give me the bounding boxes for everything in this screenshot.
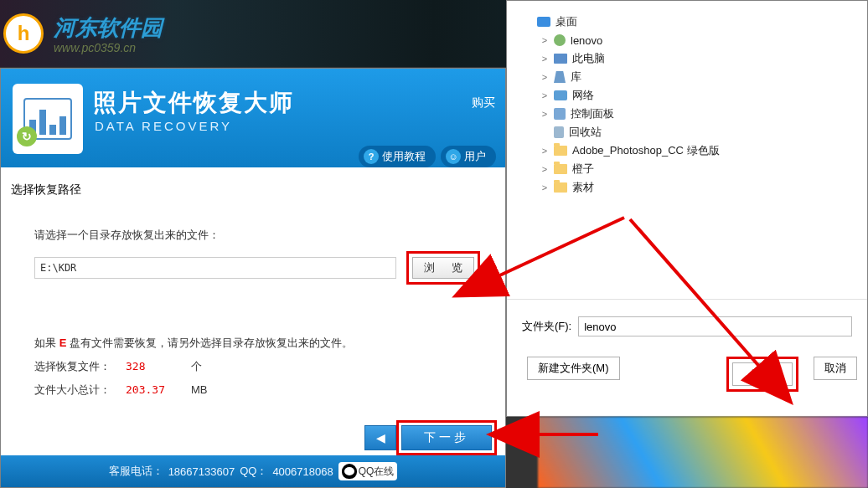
tree-label: Adobe_Photoshop_CC 绿色版 (572, 143, 720, 158)
folder-icon (554, 146, 567, 156)
tree-node[interactable]: >库 (519, 68, 857, 86)
tutorial-button[interactable]: ? 使用教程 (359, 146, 436, 167)
tree-label: lenovo (571, 34, 602, 47)
total-size-row: 文件大小总计： 203.37 MB (34, 378, 485, 402)
expand-icon[interactable]: > (540, 109, 549, 119)
site-name: 河东软件园 (54, 13, 163, 43)
user-button[interactable]: ☺ 用户 (441, 146, 496, 167)
expand-icon[interactable]: > (540, 164, 549, 174)
expand-icon[interactable]: > (540, 72, 549, 82)
tree-label: 桌面 (555, 14, 577, 29)
site-url: www.pc0359.cn (54, 41, 163, 54)
site-logo: h 河东软件园 www.pc0359.cn (3, 13, 163, 54)
folder-browser-dialog: 桌面>lenovo>此电脑>库>网络>控制面板回收站>Adobe_Photosh… (506, 0, 868, 417)
bin-icon (554, 126, 564, 138)
app-subtitle: DATA RECOVERY (95, 119, 232, 133)
tree-node[interactable]: >控制面板 (519, 105, 857, 123)
warning-text: 如果 E 盘有文件需要恢复，请另外选择目录存放恢复出来的文件。 (34, 331, 485, 355)
tree-label: 网络 (572, 88, 594, 103)
user-icon (554, 34, 566, 46)
tree-node[interactable]: >lenovo (519, 31, 857, 49)
folder-field-label: 文件夹(F): (522, 319, 571, 334)
pc-icon (554, 54, 567, 64)
cancel-button[interactable]: 取消 (814, 357, 857, 380)
logo-icon: h (3, 13, 44, 54)
expand-icon[interactable]: > (540, 35, 549, 45)
app-header: ↻ 照片文件恢复大师 DATA RECOVERY 购买 ? 使用教程 ☺ 用户 (1, 69, 505, 167)
tutorial-label: 使用教程 (382, 149, 426, 164)
tree-label: 库 (571, 69, 581, 85)
tree-node[interactable]: >素材 (519, 178, 857, 197)
user-label: 用户 (464, 149, 486, 164)
browse-button[interactable]: 浏 览 (412, 257, 474, 279)
qq-number: 4006718068 (272, 465, 333, 478)
tree-label: 橙子 (572, 162, 594, 177)
background-image (538, 417, 868, 488)
refresh-icon: ↻ (17, 126, 37, 146)
ok-button[interactable]: 确定 (732, 362, 793, 386)
lib-icon (554, 71, 566, 83)
tree-label: 回收站 (569, 125, 602, 140)
section-title: 选择恢复路径 (11, 182, 495, 198)
files-count-row: 选择恢复文件： 328 个 (34, 355, 485, 378)
user-icon: ☺ (446, 149, 461, 164)
expand-icon[interactable]: > (540, 54, 549, 64)
help-icon: ? (364, 149, 379, 164)
desk-icon (537, 17, 550, 27)
expand-icon[interactable]: > (540, 182, 549, 193)
qq-online-badge[interactable]: QQ在线 (338, 462, 398, 480)
cp-icon (554, 108, 566, 120)
tree-label: 素材 (572, 180, 594, 195)
app-logo-icon: ↻ (13, 84, 83, 154)
path-prompt: 请选择一个目录存放恢复出来的文件： (34, 228, 495, 243)
next-highlight: 下一步 (396, 420, 497, 455)
tree-node[interactable]: >此电脑 (519, 49, 857, 68)
folder-icon (554, 182, 567, 193)
folder-name-input[interactable] (578, 316, 852, 336)
tree-node[interactable]: >Adobe_Photoshop_CC 绿色版 (519, 141, 857, 160)
folder-icon (554, 164, 567, 174)
status-bar: 客服电话： 18667133607 QQ： 4006718068 QQ在线 (1, 455, 505, 487)
hotline-number: 18667133607 (168, 465, 235, 478)
path-input[interactable] (34, 257, 396, 279)
net-icon (554, 90, 567, 100)
tree-label: 控制面板 (571, 106, 614, 121)
tree-node[interactable]: 回收站 (519, 123, 857, 141)
tree-node[interactable]: 桌面 (519, 13, 857, 31)
expand-icon[interactable]: > (540, 146, 549, 156)
recovery-app-window: ↻ 照片文件恢复大师 DATA RECOVERY 购买 ? 使用教程 ☺ 用户 … (0, 68, 506, 488)
back-button[interactable]: ◀ (364, 425, 396, 450)
new-folder-button[interactable]: 新建文件夹(M) (527, 357, 620, 380)
browse-highlight: 浏 览 (406, 251, 480, 285)
tree-node[interactable]: >网络 (519, 86, 857, 105)
folder-tree[interactable]: 桌面>lenovo>此电脑>库>网络>控制面板回收站>Adobe_Photosh… (507, 1, 867, 292)
tree-label: 此电脑 (572, 51, 605, 66)
app-title: 照片文件恢复大师 (93, 87, 294, 119)
next-button[interactable]: 下一步 (401, 425, 492, 450)
ok-highlight: 确定 (726, 357, 798, 392)
buy-link[interactable]: 购买 (472, 95, 495, 110)
qq-penguin-icon (342, 464, 357, 479)
tree-node[interactable]: >橙子 (519, 160, 857, 178)
expand-icon[interactable]: > (540, 90, 549, 100)
